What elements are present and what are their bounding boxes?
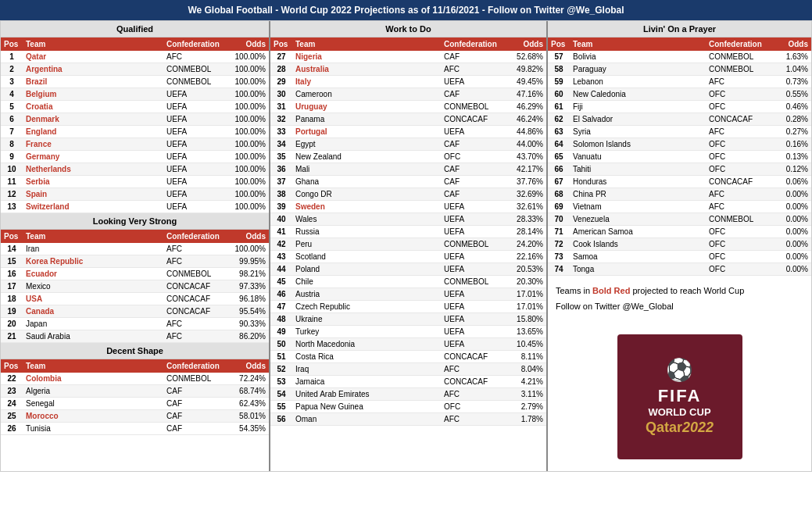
row-team: Belgium (23, 88, 163, 101)
row-odds: 4.21% (503, 376, 546, 388)
col-team: Team (292, 37, 441, 51)
row-pos: 9 (1, 151, 23, 163)
row-odds: 90.33% (226, 318, 269, 330)
row-odds: 46.24% (503, 113, 546, 126)
col-pos: Pos (548, 37, 570, 51)
looking-strong-table: Pos Team Confederation Odds 14IranAFC100… (1, 230, 269, 343)
livin-on-prayer-table: Pos Team Confederation Odds 57BoliviaCON… (548, 37, 811, 276)
row-odds: 72.24% (226, 373, 269, 385)
row-conf: CONMEBOL (706, 63, 768, 76)
row-team: Morocco (23, 410, 163, 423)
row-team: Italy (292, 76, 441, 88)
row-odds: 0.00% (768, 238, 811, 251)
row-team: Colombia (23, 373, 163, 385)
row-conf: UEFA (441, 263, 503, 276)
row-team: New Caledonia (570, 88, 706, 101)
row-conf: OFC (441, 401, 503, 413)
table-row: 18USACONCACAF96.18% (1, 293, 269, 305)
row-team: Qatar (23, 51, 163, 63)
row-pos: 30 (270, 88, 292, 101)
table-row: 39SwedenUEFA32.61% (270, 201, 546, 213)
table-row: 61FijiOFC0.46% (548, 101, 811, 113)
row-team: Austria (292, 288, 441, 301)
row-conf: UEFA (163, 188, 226, 201)
table-row: 2ArgentinaCONMEBOL100.00% (1, 63, 269, 76)
table-row: 32PanamaCONCACAF46.24% (270, 113, 546, 126)
row-pos: 10 (1, 163, 23, 176)
row-team: Algeria (23, 385, 163, 398)
row-odds: 28.14% (503, 226, 546, 238)
row-pos: 2 (1, 63, 23, 76)
row-pos: 41 (270, 226, 292, 238)
row-odds: 44.86% (503, 126, 546, 138)
world-cup-text: WORLD CUP (648, 406, 710, 420)
row-conf: CONCACAF (706, 113, 768, 126)
row-conf: CONMEBOL (441, 276, 503, 288)
row-odds: 44.00% (503, 138, 546, 151)
row-conf: AFC (163, 330, 226, 343)
row-team: Bolivia (570, 51, 706, 63)
table-row: 72Cook IslandsOFC0.00% (548, 238, 811, 251)
row-odds: 37.76% (503, 176, 546, 188)
table-row: 34EgyptCAF44.00% (270, 138, 546, 151)
row-conf: AFC (441, 388, 503, 401)
table-row: 56OmanAFC1.78% (270, 413, 546, 426)
table-row: 73SamoaOFC0.00% (548, 251, 811, 263)
row-odds: 1.04% (768, 63, 811, 76)
table-row: 66TahitiOFC0.12% (548, 163, 811, 176)
row-pos: 60 (548, 88, 570, 101)
fifa-text: FIFA (658, 386, 702, 406)
row-team: Vanuatu (570, 151, 706, 163)
row-conf: UEFA (163, 176, 226, 188)
table-row: 15Korea RepublicAFC99.95% (1, 255, 269, 268)
row-pos: 61 (548, 101, 570, 113)
row-pos: 12 (1, 188, 23, 201)
row-team: Fiji (570, 101, 706, 113)
row-team: Senegal (23, 398, 163, 410)
row-team: Cameroon (292, 88, 441, 101)
row-team: Mexico (23, 280, 163, 293)
row-team: Panama (292, 113, 441, 126)
row-team: Iran (23, 243, 163, 255)
row-team: Paraguay (570, 63, 706, 76)
row-team: Ecuador (23, 268, 163, 280)
row-odds: 24.20% (503, 238, 546, 251)
table-row: 52IraqAFC8.04% (270, 363, 546, 376)
row-odds: 0.00% (768, 213, 811, 226)
row-conf: UEFA (441, 126, 503, 138)
row-team: Costa Rica (292, 351, 441, 363)
row-team: Russia (292, 226, 441, 238)
table-row: 60New CaledoniaOFC0.55% (548, 88, 811, 101)
row-odds: 95.54% (226, 305, 269, 318)
table-row: 29ItalyUEFA49.45% (270, 76, 546, 88)
row-pos: 39 (270, 201, 292, 213)
row-conf: CONMEBOL (441, 238, 503, 251)
row-team: Australia (292, 63, 441, 76)
row-odds: 0.55% (768, 88, 811, 101)
row-pos: 51 (270, 351, 292, 363)
row-odds: 0.06% (768, 176, 811, 188)
row-odds: 100.00% (226, 126, 269, 138)
row-conf: AFC (706, 188, 768, 201)
info-line1: Teams in Bold Red projected to reach Wor… (556, 284, 803, 299)
row-odds: 100.00% (226, 63, 269, 76)
table-row: 63SyriaAFC0.27% (548, 126, 811, 138)
row-conf: UEFA (441, 301, 503, 313)
qualified-header: Qualified (1, 21, 269, 37)
table-row: 14IranAFC100.00% (1, 243, 269, 255)
row-conf: CONMEBOL (441, 101, 503, 113)
row-team: Denmark (23, 113, 163, 126)
table-row: 13SwitzerlandUEFA100.00% (1, 201, 269, 213)
row-pos: 46 (270, 288, 292, 301)
col-pos: Pos (1, 230, 23, 243)
col-conf: Confederation (163, 359, 226, 373)
col-pos: Pos (1, 359, 23, 373)
row-pos: 1 (1, 51, 23, 63)
row-pos: 66 (548, 163, 570, 176)
row-conf: OFC (706, 138, 768, 151)
row-team: Uruguay (292, 101, 441, 113)
row-odds: 100.00% (226, 51, 269, 63)
row-odds: 0.00% (768, 251, 811, 263)
table-row: 28AustraliaAFC49.82% (270, 63, 546, 76)
row-odds: 100.00% (226, 151, 269, 163)
